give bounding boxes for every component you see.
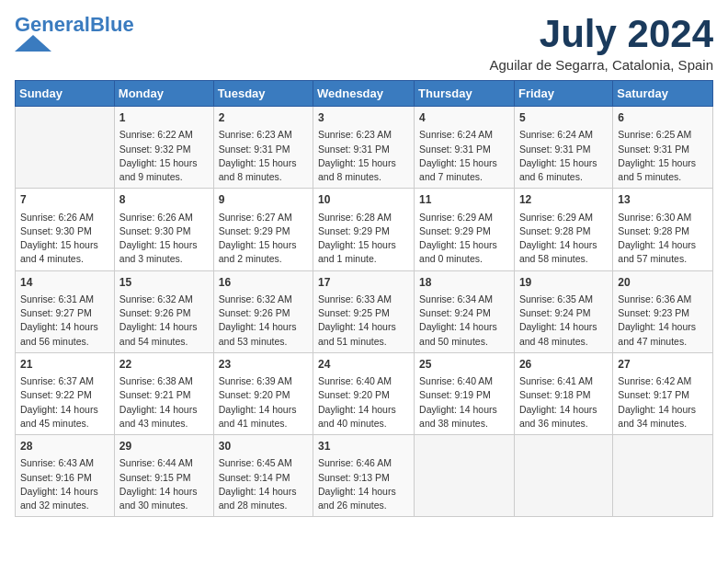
day-number: 23 [219, 357, 308, 373]
day-cell: 6Sunrise: 6:25 AMSunset: 9:31 PMDaylight… [613, 107, 713, 189]
day-info: Sunrise: 6:35 AMSunset: 9:24 PMDaylight:… [519, 293, 608, 349]
day-cell: 13Sunrise: 6:30 AMSunset: 9:28 PMDayligh… [613, 189, 713, 270]
day-cell: 29Sunrise: 6:44 AMSunset: 9:15 PMDayligh… [114, 435, 213, 517]
day-number: 28 [20, 439, 109, 454]
day-cell: 7Sunrise: 6:26 AMSunset: 9:30 PMDaylight… [16, 189, 115, 270]
day-info: Sunrise: 6:31 AMSunset: 9:27 PMDaylight:… [20, 293, 109, 349]
logo: GeneralBlue [15, 15, 134, 52]
location: Aguilar de Segarra, Catalonia, Spain [490, 57, 714, 73]
week-row-4: 21Sunrise: 6:37 AMSunset: 9:22 PMDayligh… [16, 352, 713, 434]
day-number: 6 [618, 110, 708, 126]
calendar-table: SundayMondayTuesdayWednesdayThursdayFrid… [15, 80, 713, 517]
day-cell: 28Sunrise: 6:43 AMSunset: 9:16 PMDayligh… [16, 435, 115, 517]
day-info: Sunrise: 6:28 AMSunset: 9:29 PMDaylight:… [318, 211, 409, 267]
day-info: Sunrise: 6:40 AMSunset: 9:20 PMDaylight:… [318, 374, 409, 431]
day-info: Sunrise: 6:46 AMSunset: 9:13 PMDaylight:… [318, 456, 409, 512]
day-number: 9 [219, 192, 308, 208]
day-info: Sunrise: 6:26 AMSunset: 9:30 PMDaylight:… [20, 211, 109, 267]
logo-general: General [15, 13, 90, 36]
day-number: 26 [519, 357, 608, 373]
logo-blue: Blue [90, 13, 134, 36]
day-cell: 30Sunrise: 6:45 AMSunset: 9:14 PMDayligh… [213, 435, 313, 517]
day-number: 25 [419, 357, 509, 373]
day-info: Sunrise: 6:32 AMSunset: 9:26 PMDaylight:… [119, 293, 209, 349]
calendar-body: 1Sunrise: 6:22 AMSunset: 9:32 PMDaylight… [16, 107, 713, 517]
day-cell: 9Sunrise: 6:27 AMSunset: 9:29 PMDaylight… [213, 189, 313, 270]
day-info: Sunrise: 6:38 AMSunset: 9:21 PMDaylight:… [119, 374, 209, 431]
day-number: 10 [318, 192, 409, 208]
day-number: 24 [318, 357, 409, 373]
day-info: Sunrise: 6:43 AMSunset: 9:16 PMDaylight:… [20, 456, 109, 512]
day-cell: 2Sunrise: 6:23 AMSunset: 9:31 PMDaylight… [213, 107, 313, 189]
day-info: Sunrise: 6:24 AMSunset: 9:31 PMDaylight:… [419, 128, 509, 184]
day-info: Sunrise: 6:34 AMSunset: 9:24 PMDaylight:… [419, 293, 509, 349]
weekday-sunday: Sunday [16, 81, 115, 107]
day-info: Sunrise: 6:39 AMSunset: 9:20 PMDaylight:… [219, 374, 308, 431]
week-row-3: 14Sunrise: 6:31 AMSunset: 9:27 PMDayligh… [16, 270, 713, 352]
day-number: 17 [318, 275, 409, 291]
day-info: Sunrise: 6:32 AMSunset: 9:26 PMDaylight:… [219, 293, 308, 349]
day-cell: 27Sunrise: 6:42 AMSunset: 9:17 PMDayligh… [613, 352, 713, 434]
day-info: Sunrise: 6:30 AMSunset: 9:28 PMDaylight:… [618, 211, 708, 267]
svg-marker-0 [15, 35, 51, 52]
day-cell: 3Sunrise: 6:23 AMSunset: 9:31 PMDaylight… [313, 107, 415, 189]
title-area: July 2024 Aguilar de Segarra, Catalonia,… [490, 15, 714, 73]
day-cell: 16Sunrise: 6:32 AMSunset: 9:26 PMDayligh… [213, 270, 313, 352]
day-number: 11 [419, 192, 509, 208]
day-info: Sunrise: 6:26 AMSunset: 9:30 PMDaylight:… [119, 211, 209, 267]
day-cell: 20Sunrise: 6:36 AMSunset: 9:23 PMDayligh… [613, 270, 713, 352]
day-number: 30 [219, 439, 308, 454]
day-number: 16 [219, 275, 308, 291]
day-info: Sunrise: 6:42 AMSunset: 9:17 PMDaylight:… [618, 374, 708, 431]
day-info: Sunrise: 6:45 AMSunset: 9:14 PMDaylight:… [219, 456, 308, 512]
day-info: Sunrise: 6:23 AMSunset: 9:31 PMDaylight:… [219, 128, 308, 184]
day-number: 15 [119, 275, 209, 291]
day-info: Sunrise: 6:29 AMSunset: 9:28 PMDaylight:… [519, 211, 608, 267]
day-cell: 23Sunrise: 6:39 AMSunset: 9:20 PMDayligh… [213, 352, 313, 434]
logo-icon [15, 35, 70, 52]
day-number: 7 [20, 192, 109, 208]
day-cell: 24Sunrise: 6:40 AMSunset: 9:20 PMDayligh… [313, 352, 415, 434]
weekday-tuesday: Tuesday [213, 81, 313, 107]
day-cell: 19Sunrise: 6:35 AMSunset: 9:24 PMDayligh… [514, 270, 612, 352]
day-info: Sunrise: 6:37 AMSunset: 9:22 PMDaylight:… [20, 374, 109, 431]
month-title: July 2024 [490, 15, 714, 53]
day-info: Sunrise: 6:22 AMSunset: 9:32 PMDaylight:… [119, 128, 209, 184]
day-cell: 8Sunrise: 6:26 AMSunset: 9:30 PMDaylight… [114, 189, 213, 270]
day-number: 29 [119, 439, 209, 454]
day-number: 1 [119, 110, 209, 126]
weekday-thursday: Thursday [415, 81, 515, 107]
day-cell: 12Sunrise: 6:29 AMSunset: 9:28 PMDayligh… [514, 189, 612, 270]
day-info: Sunrise: 6:44 AMSunset: 9:15 PMDaylight:… [119, 456, 209, 512]
day-number: 27 [618, 357, 708, 373]
day-info: Sunrise: 6:23 AMSunset: 9:31 PMDaylight:… [318, 128, 409, 184]
weekday-saturday: Saturday [613, 81, 713, 107]
day-number: 31 [318, 439, 409, 454]
day-cell [16, 107, 115, 189]
week-row-1: 1Sunrise: 6:22 AMSunset: 9:32 PMDaylight… [16, 107, 713, 189]
day-number: 5 [519, 110, 608, 126]
day-number: 12 [519, 192, 608, 208]
day-cell: 1Sunrise: 6:22 AMSunset: 9:32 PMDaylight… [114, 107, 213, 189]
day-number: 14 [20, 275, 109, 291]
day-cell: 17Sunrise: 6:33 AMSunset: 9:25 PMDayligh… [313, 270, 415, 352]
weekday-monday: Monday [114, 81, 213, 107]
day-number: 3 [318, 110, 409, 126]
day-cell: 5Sunrise: 6:24 AMSunset: 9:31 PMDaylight… [514, 107, 612, 189]
day-number: 4 [419, 110, 509, 126]
day-cell [415, 435, 515, 517]
day-cell [613, 435, 713, 517]
weekday-wednesday: Wednesday [313, 81, 415, 107]
weekday-friday: Friday [514, 81, 612, 107]
day-info: Sunrise: 6:25 AMSunset: 9:31 PMDaylight:… [618, 128, 708, 184]
day-cell: 14Sunrise: 6:31 AMSunset: 9:27 PMDayligh… [16, 270, 115, 352]
day-number: 22 [119, 357, 209, 373]
page-header: GeneralBlue July 2024 Aguilar de Segarra… [15, 15, 713, 73]
day-info: Sunrise: 6:40 AMSunset: 9:19 PMDaylight:… [419, 374, 509, 431]
day-number: 19 [519, 275, 608, 291]
week-row-5: 28Sunrise: 6:43 AMSunset: 9:16 PMDayligh… [16, 435, 713, 517]
weekday-header-row: SundayMondayTuesdayWednesdayThursdayFrid… [16, 81, 713, 107]
day-cell: 11Sunrise: 6:29 AMSunset: 9:29 PMDayligh… [415, 189, 515, 270]
day-info: Sunrise: 6:36 AMSunset: 9:23 PMDaylight:… [618, 293, 708, 349]
day-info: Sunrise: 6:41 AMSunset: 9:18 PMDaylight:… [519, 374, 608, 431]
